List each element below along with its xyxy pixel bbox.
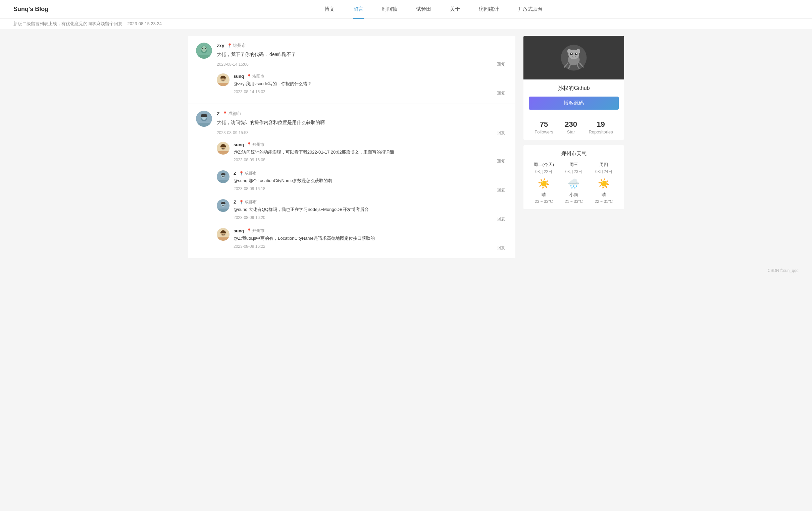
reply-text: @zxy:我用vscode写的，你报的什么错？ [234, 81, 508, 88]
weather-icon: ☀️ [529, 178, 559, 189]
repos-count: 19 [588, 120, 613, 129]
reply-button[interactable]: 回复 [495, 90, 508, 97]
nav-timeline[interactable]: 时间轴 [373, 0, 407, 19]
nav-lab[interactable]: 试验田 [407, 0, 440, 19]
comment-footer: 2023-08-09 15:53 回复 [217, 129, 508, 137]
reply-location: 📍 郑州市 [246, 228, 264, 234]
list-item: Z 📍 成都市 @sunq:大佬有QQ群吗，我也正在学习nodejs+Mongo… [217, 199, 508, 223]
avatar [217, 142, 230, 155]
avatar [217, 199, 230, 212]
reply-meta: sunq 📍 郑州市 [234, 142, 508, 148]
weather-desc: 晴 [529, 192, 559, 198]
svg-rect-5 [196, 55, 212, 59]
pin-icon: 📍 [239, 171, 244, 176]
site-logo[interactable]: Sunq's Blog [13, 6, 48, 13]
nav-admin[interactable]: 开放式后台 [508, 0, 552, 19]
svg-point-44 [571, 53, 572, 54]
comments-section: zxy 📍 锦州市 大佬，我下了你的代码，idea咋跑不了 2023-08-14… [188, 36, 515, 258]
github-stat-star: 230 Star [565, 120, 577, 134]
reply-location: 📍 洛阳市 [246, 73, 264, 79]
weather-temp: 21 ~ 33°C [559, 199, 588, 204]
page-footer: CSDN ©sun_qqq [0, 265, 812, 276]
list-item: sunq 📍 郑州市 @Z:访问统计的功能实现，可以看下我2022-01-17 … [217, 142, 508, 165]
pin-icon: 📍 [246, 228, 252, 233]
reply-footer: 2023-08-14 15:03 回复 [234, 90, 508, 97]
nav-stats[interactable]: 访问统计 [469, 0, 508, 19]
comment-main: zxy 📍 锦州市 大佬，我下了你的代码，idea咋跑不了 2023-08-14… [196, 42, 508, 68]
reply-button[interactable]: 回复 [495, 244, 508, 251]
reply-footer: 2023-08-09 16:18 回复 [234, 186, 508, 194]
list-item: Z 📍 成都市 @sunq:那个LocationCityName参数是怎么获取的… [217, 170, 508, 194]
svg-rect-36 [217, 237, 230, 241]
comment-body: Z 📍 成都市 大佬，访问统计的操作内容和位置是用什么获取的啊 2023-08-… [217, 111, 508, 136]
reply-author: sunq [234, 74, 244, 79]
svg-rect-10 [217, 83, 230, 86]
reply-footer: 2023-08-09 16:20 回复 [234, 215, 508, 223]
reply-meta: sunq 📍 郑州市 [234, 228, 508, 234]
sidebar: 孙权的Github 博客源码 75 Followers 230 Star 19 … [523, 36, 624, 258]
weather-day-2: 周四 08月24日 ☀️ 晴 22 ~ 31°C [589, 161, 619, 204]
avatar [196, 42, 212, 59]
comment-time: 2023-08-09 15:53 [217, 130, 249, 135]
repos-label: Repositories [588, 129, 613, 134]
github-stats: 75 Followers 230 Star 19 Repositories [529, 115, 619, 134]
footer-credit: CSDN ©sun_qqq [768, 268, 799, 273]
comment-body: zxy 📍 锦州市 大佬，我下了你的代码，idea咋跑不了 2023-08-14… [217, 42, 508, 68]
nav-messages[interactable]: 留言 [344, 0, 373, 19]
reply-time: 2023-08-09 16:20 [234, 215, 265, 223]
comment-time: 2023-08-14 15:00 [217, 62, 249, 67]
reply-author: Z [234, 171, 236, 176]
announcement-date: 2023-08-15 23:24 [127, 21, 162, 26]
octocat-icon [560, 44, 587, 71]
reply-button[interactable]: 回复 [495, 61, 508, 68]
github-info: 孙权的Github 博客源码 75 Followers 230 Star 19 … [523, 80, 624, 140]
comment-main: Z 📍 成都市 大佬，访问统计的操作内容和位置是用什么获取的啊 2023-08-… [196, 111, 508, 136]
weather-title: 郑州市天气 [529, 151, 619, 157]
reply-location: 📍 郑州市 [246, 142, 264, 148]
svg-rect-31 [217, 209, 230, 212]
comment-meta: zxy 📍 锦州市 [217, 42, 508, 49]
comment-thread: Z 📍 成都市 大佬，访问统计的操作内容和位置是用什么获取的啊 2023-08-… [188, 104, 515, 258]
reply-meta: Z 📍 成都市 [234, 170, 508, 176]
reply-author: sunq [234, 228, 244, 233]
comment-text: 大佬，访问统计的操作内容和位置是用什么获取的啊 [217, 119, 508, 126]
reply-body: sunq 📍 郑州市 @Z:访问统计的功能实现，可以看下我2022-01-17 … [234, 142, 508, 165]
svg-point-45 [576, 53, 577, 54]
reply-footer: 2023-08-09 16:22 回复 [234, 244, 508, 251]
weather-day-name: 周二(今天) [529, 161, 559, 168]
reply-button[interactable]: 回复 [495, 129, 508, 137]
avatar [217, 170, 230, 183]
star-count: 230 [565, 120, 577, 129]
weather-temp: 23 ~ 33°C [529, 199, 559, 204]
reply-text: @sunq:大佬有QQ群吗，我也正在学习nodejs+MongoDB开发博客后台 [234, 206, 508, 213]
reply-button[interactable]: 回复 [495, 215, 508, 223]
reply-location: 📍 成都市 [239, 199, 257, 205]
main-nav: 博文 留言 时间轴 试验田 关于 访问统计 开放式后台 [68, 0, 799, 19]
weather-day-date: 08月24日 [589, 169, 619, 175]
weather-day-name: 周四 [589, 161, 619, 168]
list-item: sunq 📍 郑州市 @Z:我util.js中写的有，LocationCityN… [217, 228, 508, 251]
github-title: 孙权的Github [529, 85, 619, 92]
header: Sunq's Blog 博文 留言 时间轴 试验田 关于 访问统计 开放式后台 [0, 0, 812, 19]
nav-blog[interactable]: 博文 [315, 0, 344, 19]
svg-rect-16 [196, 123, 212, 127]
reply-footer: 2023-08-09 16:08 回复 [234, 158, 508, 165]
nav-about[interactable]: 关于 [440, 0, 469, 19]
pin-icon: 📍 [239, 200, 244, 205]
reply-button[interactable]: 回复 [495, 186, 508, 194]
reply-author: Z [234, 200, 236, 205]
comment-location: 📍 成都市 [223, 111, 241, 117]
reply-body: Z 📍 成都市 @sunq:大佬有QQ群吗，我也正在学习nodejs+Mongo… [234, 199, 508, 223]
reply-author: sunq [234, 142, 244, 147]
weather-days: 周二(今天) 08月22日 ☀️ 晴 23 ~ 33°C 周三 08月23日 🌧… [529, 161, 619, 204]
reply-button[interactable]: 回复 [495, 158, 508, 165]
avatar [196, 111, 212, 127]
pin-icon: 📍 [223, 111, 228, 116]
reply-text: @Z:我util.js中写的有，LocationCityName是请求高德地图定… [234, 235, 508, 242]
github-source-button[interactable]: 博客源码 [529, 96, 619, 110]
svg-rect-21 [217, 151, 230, 155]
svg-point-4 [205, 48, 206, 49]
replies: sunq 📍 郑州市 @Z:访问统计的功能实现，可以看下我2022-01-17 … [217, 142, 508, 251]
pin-icon: 📍 [246, 74, 252, 79]
weather-day-1: 周三 08月23日 🌧️ 小雨 21 ~ 33°C [559, 161, 588, 204]
